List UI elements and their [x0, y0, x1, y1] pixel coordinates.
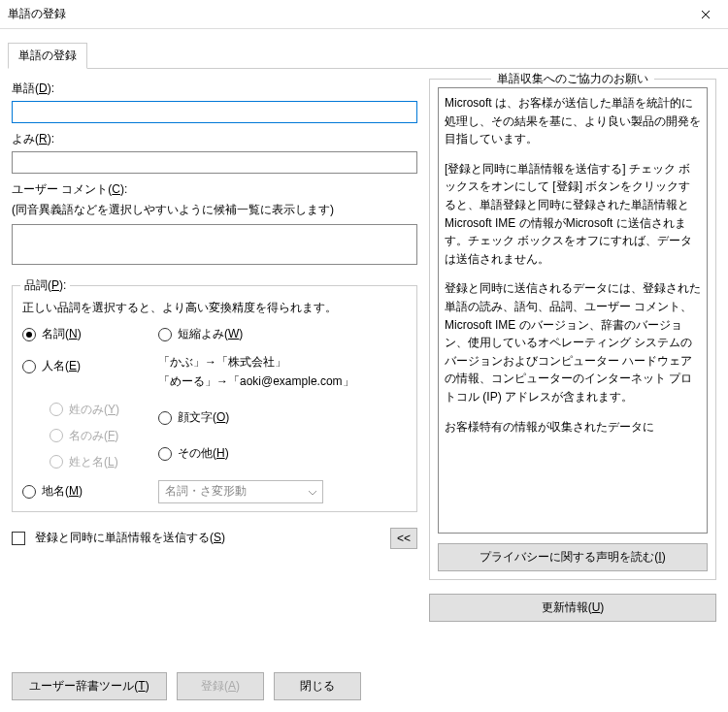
collapse-button[interactable]: <<	[390, 528, 417, 549]
short-examples: 「かぶ」→「株式会社」 「めーる」→「aoki@example.com」	[158, 352, 407, 392]
register-button[interactable]: 登録(A)	[177, 672, 264, 700]
cooperation-legend: 単語収集へのご協力のお願い	[491, 71, 654, 87]
radio-icon	[22, 360, 36, 373]
radio-sei: 姓のみ(Y)	[50, 402, 158, 418]
radio-icon	[158, 411, 172, 425]
word-label: 単語(D):	[12, 81, 417, 97]
radio-icon	[22, 328, 36, 341]
word-input[interactable]	[12, 101, 417, 123]
info-text[interactable]: Microsoft は、お客様が送信した単語を統計的に処理し、その結果を基に、よ…	[438, 87, 708, 534]
pos-desc: 正しい品詞を選択すると、より高い変換精度を得られます。	[22, 300, 407, 316]
comment-label: ユーザー コメント(C):	[12, 181, 417, 198]
privacy-button[interactable]: プライバシーに関する声明を読む(I)	[438, 543, 708, 571]
close-button[interactable]: 閉じる	[274, 672, 361, 700]
pos-legend: 品詞(P):	[20, 277, 70, 294]
reading-input[interactable]	[12, 151, 417, 174]
radio-icon	[158, 447, 172, 461]
radio-noun[interactable]: 名詞(N)	[22, 326, 158, 342]
radio-other[interactable]: その他(H)	[158, 445, 407, 462]
radio-icon	[158, 328, 172, 341]
reading-label: よみ(R):	[12, 131, 417, 147]
button-bar: ユーザー辞書ツール(T) 登録(A) 閉じる	[0, 663, 728, 712]
radio-icon	[22, 485, 36, 499]
pos-select: 名詞・さ変形動	[158, 480, 323, 503]
send-checkbox[interactable]	[12, 532, 25, 545]
close-icon[interactable]	[683, 0, 728, 29]
cooperation-group: 単語収集へのご協力のお願い Microsoft は、お客様が送信した単語を統計的…	[429, 79, 716, 580]
radio-icon	[50, 429, 63, 442]
tab-strip: 単語の登録	[8, 43, 728, 69]
radio-place[interactable]: 地名(M)	[22, 483, 158, 500]
titlebar: 単語の登録	[0, 0, 728, 29]
radio-short[interactable]: 短縮よみ(W)	[158, 326, 407, 342]
update-button[interactable]: 更新情報(U)	[429, 594, 716, 622]
radio-person[interactable]: 人名(E)	[22, 358, 158, 374]
radio-both: 姓と名(L)	[50, 454, 158, 470]
tab-register[interactable]: 単語の登録	[8, 43, 87, 69]
window-title: 単語の登録	[8, 6, 683, 22]
dict-tool-button[interactable]: ユーザー辞書ツール(T)	[12, 672, 167, 700]
radio-mei: 名のみ(F)	[50, 428, 158, 444]
send-label: 登録と同時に単語情報を送信する(S)	[35, 530, 225, 546]
chevron-down-icon	[309, 485, 316, 499]
comment-input[interactable]	[12, 224, 417, 265]
radio-icon	[50, 403, 63, 416]
radio-kao[interactable]: 顔文字(O)	[158, 409, 407, 426]
pos-group: 品詞(P): 正しい品詞を選択すると、より高い変換精度を得られます。 名詞(N)…	[12, 285, 417, 512]
comment-hint: (同音異義語などを選択しやすいように候補一覧に表示します)	[12, 202, 417, 218]
radio-icon	[50, 455, 63, 469]
